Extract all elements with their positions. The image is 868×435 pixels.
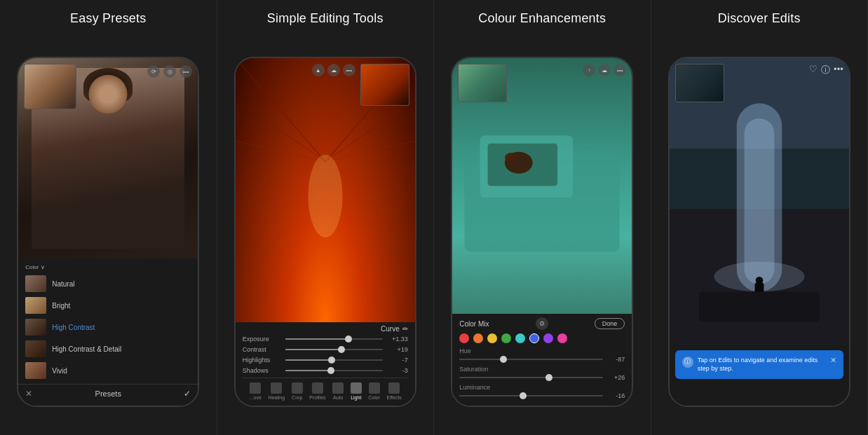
svg-point-11 <box>505 153 517 162</box>
p3-lum-group: Luminance -16 <box>459 384 625 399</box>
p2-cloud-icon: ☁ <box>327 64 340 76</box>
p4-info-notification-icon: ⓘ <box>682 357 693 368</box>
p2-highlights-track[interactable] <box>285 359 383 361</box>
panel-title-colour: Colour Enhancements <box>471 0 613 34</box>
p1-more-icon[interactable]: ••• <box>179 65 192 78</box>
p3-dot-purple[interactable] <box>543 333 553 343</box>
p2-tool-profiles[interactable]: Profiles <box>309 382 325 400</box>
p3-hue-track[interactable] <box>459 359 603 360</box>
phone-1: ⟳ ◎ ••• Color ∨ Natural <box>17 57 199 407</box>
p2-exposure-track[interactable] <box>285 338 383 340</box>
p2-color-icon <box>369 382 380 394</box>
p2-shadows-thumb <box>327 367 334 374</box>
p2-exposure-val: +1.33 <box>387 336 408 343</box>
p2-remove-icon <box>250 382 261 394</box>
svg-line-3 <box>325 99 415 162</box>
list-item[interactable]: Bright <box>18 295 198 316</box>
p4-info-icon[interactable]: ⓘ <box>821 64 830 76</box>
p4-notification-banner: ⓘ Tap on Edits to navigate and examine e… <box>675 350 843 379</box>
p2-slider-shadows: Shadows -3 <box>243 367 408 374</box>
p3-main-image: ↑ ☁ ••• <box>452 58 632 314</box>
p4-notification-text: Tap on Edits to navigate and examine edi… <box>698 356 826 373</box>
p1-share-icon[interactable]: ⟳ <box>147 65 160 78</box>
p2-effects-icon <box>388 382 400 394</box>
p3-dot-yellow[interactable] <box>487 333 497 343</box>
p1-main-image: ⟳ ◎ ••• <box>18 58 198 258</box>
p2-shadows-val: -3 <box>387 367 408 374</box>
phone-2: ▲ ☁ ••• Curve ✏ Exposure +1.33 <box>234 57 416 407</box>
p2-contrast-track[interactable] <box>285 349 383 350</box>
phone-wrapper-1: ⟳ ◎ ••• Color ∨ Natural <box>0 34 217 435</box>
svg-rect-20 <box>699 292 820 322</box>
phone-3: ↑ ☁ ••• Color Mix ⚙ Done <box>451 57 633 407</box>
list-item[interactable]: High Contrast & Detail <box>18 338 198 359</box>
p2-tool-healing[interactable]: Healing <box>268 382 285 400</box>
p4-notification-close-button[interactable]: ✕ <box>830 356 836 365</box>
p2-shadows-label: Shadows <box>243 367 281 374</box>
p1-confirm-button[interactable]: ✓ <box>184 389 191 399</box>
p2-slider-exposure: Exposure +1.33 <box>243 336 408 343</box>
preset-name-1: Natural <box>52 280 74 288</box>
preset-name-4: High Contrast & Detail <box>52 345 121 353</box>
list-item[interactable]: High Contrast <box>18 317 198 338</box>
p3-dot-magenta[interactable] <box>557 333 567 343</box>
p2-effects-label: Effects <box>387 395 402 400</box>
p2-tool-effects[interactable]: Effects <box>387 382 402 400</box>
p2-more-icon[interactable]: ••• <box>343 64 355 76</box>
svg-rect-16 <box>744 118 774 284</box>
p4-heart-icon[interactable]: ♡ <box>809 64 818 76</box>
p3-color-dots <box>459 333 625 343</box>
p3-lum-track[interactable] <box>459 395 603 396</box>
p4-more-icon[interactable]: ••• <box>834 64 843 76</box>
svg-line-5 <box>325 141 415 162</box>
p3-sat-track[interactable] <box>459 377 603 378</box>
preset-name-2: Bright <box>52 302 70 310</box>
p2-crop-icon <box>292 382 303 394</box>
p4-main-image: ♡ ⓘ ••• <box>670 58 849 345</box>
list-item[interactable]: Natural <box>18 273 198 294</box>
p2-tool-crop[interactable]: Crop <box>292 382 303 400</box>
p3-dot-blue[interactable] <box>529 333 539 343</box>
p3-lum-row: -16 <box>459 392 625 399</box>
p3-dot-red[interactable] <box>459 333 469 343</box>
p2-contrast-val: +19 <box>387 346 408 353</box>
p3-dot-green[interactable] <box>501 333 511 343</box>
p1-head <box>89 75 128 113</box>
p3-settings-button[interactable]: ⚙ <box>536 317 548 330</box>
p2-crop-label: Crop <box>292 395 302 400</box>
p2-exposure-label: Exposure <box>243 336 281 343</box>
p3-done-button[interactable]: Done <box>595 318 625 329</box>
p3-dot-orange[interactable] <box>473 333 483 343</box>
p3-hue-row: -87 <box>459 356 625 363</box>
panel-colour-enhancements: Colour Enhancements <box>434 0 651 435</box>
p2-tool-auto[interactable]: Auto <box>332 382 344 400</box>
p3-lum-thumb <box>520 392 527 399</box>
p3-more-icon[interactable]: ••• <box>613 64 626 76</box>
preset-name-3: High Contrast <box>52 324 95 331</box>
preset-thumb-4 <box>25 340 46 357</box>
p3-sat-row: +26 <box>459 374 625 381</box>
p2-profiles-label: Profiles <box>309 395 325 400</box>
p2-tool-remove[interactable]: …ove <box>249 382 262 400</box>
p2-tool-color[interactable]: Color <box>368 382 380 400</box>
list-item[interactable]: Vivid <box>18 360 198 381</box>
p2-color-label: Color <box>368 395 380 400</box>
preset-thumb-1 <box>25 275 46 292</box>
panel-discover-edits: Discover Edits <box>651 0 869 435</box>
p3-share-icon[interactable]: ↑ <box>583 64 595 76</box>
p2-slider-contrast: Contrast +19 <box>243 346 408 353</box>
p1-presets-label: Presets <box>32 389 184 398</box>
p3-dot-teal[interactable] <box>515 333 525 343</box>
p3-sat-group: Saturation +26 <box>459 366 625 381</box>
panel-title-discover: Discover Edits <box>711 0 808 34</box>
p3-settings-icon: ⚙ <box>539 320 545 327</box>
p1-cancel-button[interactable]: ✕ <box>25 389 32 399</box>
p2-contrast-fill <box>285 349 342 350</box>
p2-tool-light[interactable]: Light <box>351 382 362 400</box>
p2-shadows-track[interactable] <box>285 370 383 371</box>
phone-4: ♡ ⓘ ••• ⓘ Tap on Edits to navigate and e… <box>668 57 850 407</box>
p2-light-label: Light <box>351 395 361 400</box>
p2-auto-icon <box>332 382 344 394</box>
p1-edit-icon[interactable]: ◎ <box>163 65 176 78</box>
p3-hue-group: Hue -87 <box>459 347 625 363</box>
